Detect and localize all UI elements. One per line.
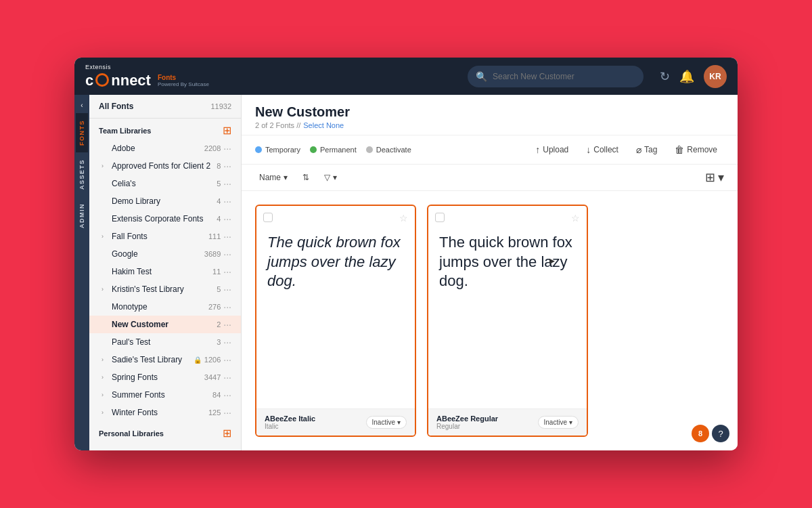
- sidebar-item-label: Adobe: [112, 144, 204, 153]
- dots-menu-icon[interactable]: ···: [223, 354, 231, 365]
- dots-menu-icon[interactable]: ···: [223, 196, 231, 207]
- dots-menu-icon[interactable]: ···: [223, 231, 231, 242]
- star-icon[interactable]: ☆: [399, 213, 408, 224]
- tag-label: Tag: [644, 145, 657, 154]
- content-area: New Customer 2 of 2 Fonts // Select None…: [242, 95, 738, 450]
- bell-icon-wrap: 🔔: [679, 69, 694, 84]
- help-button[interactable]: ?: [712, 425, 729, 442]
- dots-menu-icon[interactable]: ···: [223, 161, 231, 171]
- sidebar-item-summer-fonts[interactable]: › Summer Fonts 84 ···: [89, 386, 241, 404]
- page-title: New Customer: [255, 104, 724, 120]
- remove-button[interactable]: 🗑 Remove: [668, 141, 724, 158]
- bell-icon[interactable]: 🔔: [679, 69, 694, 84]
- sidebar-item-google[interactable]: Google 3689 ···: [89, 245, 241, 263]
- chevron-icon: ›: [102, 233, 108, 240]
- font-card-abeezee-regular[interactable]: ☆ The quick brown fox jumps over the laz…: [427, 205, 588, 437]
- refresh-icon[interactable]: ↻: [660, 69, 670, 84]
- status-temporary: Temporary: [255, 146, 300, 154]
- view-chevron-icon: ▾: [718, 170, 724, 185]
- dots-menu-icon[interactable]: ···: [223, 337, 231, 347]
- dots-menu-icon[interactable]: ···: [223, 284, 231, 295]
- sidebar-item-count: 5: [217, 285, 221, 293]
- dots-menu-icon[interactable]: ···: [223, 319, 231, 330]
- sidebar-item-pauls-test[interactable]: Paul's Test 3 ···: [89, 333, 241, 351]
- sidebar-tab-assets[interactable]: ASSETS: [76, 152, 88, 196]
- font-style: Italic: [265, 423, 315, 430]
- trash-icon: 🗑: [675, 144, 684, 155]
- name-sort-button[interactable]: Name ▾: [255, 171, 292, 184]
- personal-libraries-label: Personal Libraries: [99, 429, 164, 438]
- sidebar-item-kristins-test[interactable]: › Kristin's Test Library 5 ···: [89, 280, 241, 298]
- sidebar-all-fonts[interactable]: All Fonts 11932: [89, 95, 241, 119]
- sidebar-item-demo-library[interactable]: Demo Library 4 ···: [89, 192, 241, 210]
- filter-button[interactable]: ▽ ▾: [320, 171, 341, 184]
- dots-menu-icon[interactable]: ···: [223, 143, 231, 154]
- sidebar-item-extensis-corporate[interactable]: Extensis Corporate Fonts 4 ···: [89, 210, 241, 228]
- collect-button[interactable]: ↓ Collect: [579, 141, 625, 158]
- upload-button[interactable]: ↑ Upload: [528, 141, 575, 158]
- sort-button[interactable]: ⇅: [298, 171, 313, 184]
- sidebar-tab-admin[interactable]: ADMIN: [76, 196, 88, 235]
- font-status-button[interactable]: Inactive ▾: [538, 416, 579, 429]
- sidebar-item-count: 4: [217, 215, 221, 223]
- sidebar-item-fall-fonts[interactable]: › Fall Fonts 111 ···: [89, 228, 241, 245]
- font-style: Regular: [436, 423, 498, 430]
- dots-menu-icon[interactable]: ···: [223, 266, 231, 277]
- sidebar-item-monotype[interactable]: Monotype 276 ···: [89, 298, 241, 316]
- sidebar-item-count: 11: [212, 268, 221, 276]
- dots-menu-icon[interactable]: ···: [223, 301, 231, 312]
- sidebar-tab-fonts[interactable]: FONTS: [76, 113, 88, 152]
- dots-menu-icon[interactable]: ···: [223, 407, 231, 418]
- sidebar-item-winter-fonts[interactable]: › Winter Fonts 125 ···: [89, 404, 241, 421]
- team-libraries-header: Team Libraries ⊞: [89, 119, 241, 140]
- chevron-icon: ›: [102, 286, 108, 293]
- personal-libraries-add-button[interactable]: ⊞: [223, 427, 231, 440]
- select-none-link[interactable]: Select None: [303, 121, 344, 129]
- dots-menu-icon[interactable]: ···: [223, 213, 231, 224]
- search-input[interactable]: [493, 72, 635, 81]
- dots-menu-icon[interactable]: ···: [223, 178, 231, 189]
- refresh-icon-wrap: ↻: [660, 69, 670, 84]
- dots-menu-icon[interactable]: ···: [223, 389, 231, 400]
- dots-menu-icon[interactable]: ···: [223, 249, 231, 259]
- header: Extensis c nnect Fonts Powered By Suitca…: [74, 58, 738, 95]
- font-status-button[interactable]: Inactive ▾: [366, 416, 407, 429]
- bottom-help: 8 ?: [692, 425, 729, 442]
- upload-icon: ↑: [535, 144, 540, 155]
- font-name: ABeeZee Regular: [436, 415, 498, 423]
- sidebar-item-count: 2: [217, 320, 221, 329]
- powered-by: Powered By Suitcase: [158, 81, 209, 87]
- sidebar-item-adobe[interactable]: Adobe 2208 ···: [89, 140, 241, 157]
- temporary-dot: [255, 146, 262, 153]
- font-preview-text: The quick brown fox jumps over the lazy …: [439, 233, 576, 291]
- avatar[interactable]: KR: [704, 65, 727, 88]
- team-libraries-add-button[interactable]: ⊞: [223, 124, 231, 137]
- header-icons: ↻ 🔔 KR: [660, 65, 727, 88]
- font-card-checkbox[interactable]: [435, 213, 445, 222]
- sidebar-item-label: Celia's: [112, 179, 217, 188]
- sidebar-collapse-button[interactable]: ‹: [81, 98, 83, 113]
- font-card-abeezee-italic[interactable]: ☆ The quick brown fox jumps over the laz…: [255, 205, 416, 437]
- dots-menu-icon[interactable]: ···: [223, 372, 231, 383]
- sidebar-item-label: Paul's Test: [112, 337, 217, 347]
- sidebar-item-count: 3447: [204, 373, 221, 381]
- sidebar-item-count: 3: [217, 338, 221, 346]
- font-info: ABeeZee Italic Italic: [265, 415, 315, 430]
- search-bar[interactable]: 🔍: [468, 66, 644, 87]
- collect-icon: ↓: [586, 144, 591, 155]
- lock-icon: 🔒: [194, 356, 202, 364]
- view-toggle[interactable]: ⊞ ▾: [705, 170, 724, 185]
- sidebar-item-celias[interactable]: Celia's 5 ···: [89, 175, 241, 192]
- sidebar-item-approved-fonts[interactable]: › Approved Fonts for Client 2 8 ···: [89, 157, 241, 175]
- sidebar-item-spring-fonts[interactable]: › Spring Fonts 3447 ···: [89, 368, 241, 386]
- side-tabs: ‹ FONTS ASSETS ADMIN: [74, 95, 89, 450]
- tag-button[interactable]: ⌀ Tag: [629, 141, 664, 158]
- sidebar-item-hakim-test[interactable]: Hakim Test 11 ···: [89, 263, 241, 280]
- font-card-checkbox[interactable]: [263, 213, 273, 222]
- star-icon[interactable]: ☆: [571, 213, 580, 224]
- sidebar-item-new-customer[interactable]: New Customer 2 ···: [89, 316, 241, 333]
- notifications-count-badge[interactable]: 8: [692, 425, 709, 442]
- sidebar-item-sadies-test[interactable]: › Sadie's Test Library 🔒 1206 ···: [89, 351, 241, 368]
- sort-icon: ⇅: [302, 173, 309, 182]
- content-subtitle: 2 of 2 Fonts // Select None: [255, 121, 724, 129]
